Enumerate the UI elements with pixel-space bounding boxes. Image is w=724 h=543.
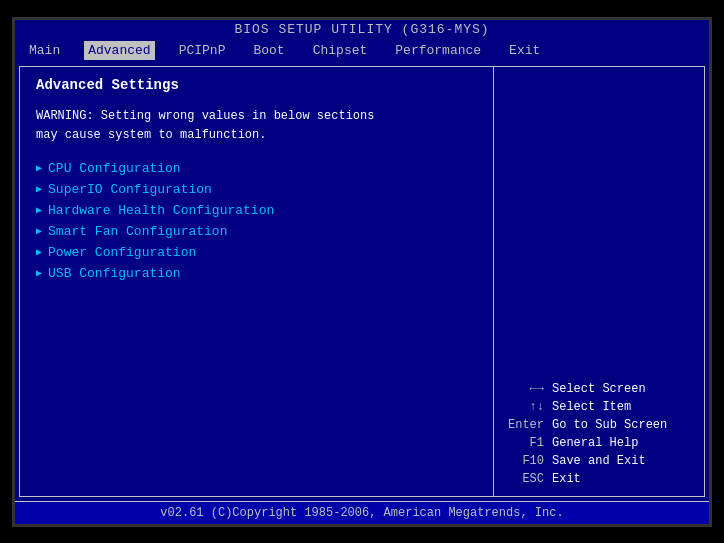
panel-title: Advanced Settings [36, 77, 477, 93]
menu-list-item[interactable]: ▶SuperIO Configuration [36, 182, 477, 197]
key-help-row: EnterGo to Sub Screen [508, 418, 690, 432]
key-name: F1 [508, 436, 544, 450]
menu-bar: MainAdvancedPCIPnPBootChipsetPerformance… [15, 39, 709, 62]
side-panel: ←→Select Screen↑↓Select ItemEnterGo to S… [494, 67, 704, 496]
key-desc: General Help [552, 436, 638, 450]
menu-item-label: Hardware Health Configuration [48, 203, 274, 218]
menu-item-pcipnp[interactable]: PCIPnP [175, 41, 230, 60]
arrow-icon: ▶ [36, 162, 42, 174]
menu-item-boot[interactable]: Boot [249, 41, 288, 60]
menu-item-label: Smart Fan Configuration [48, 224, 227, 239]
footer-text: v02.61 (C)Copyright 1985-2006, American … [160, 506, 563, 520]
menu-item-label: Power Configuration [48, 245, 196, 260]
menu-item-advanced[interactable]: Advanced [84, 41, 154, 60]
content-area: Advanced Settings WARNING: Setting wrong… [19, 66, 705, 497]
menu-item-exit[interactable]: Exit [505, 41, 544, 60]
menu-item-label: USB Configuration [48, 266, 181, 281]
warning-text: WARNING: Setting wrong values in below s… [36, 107, 477, 145]
menu-list-item[interactable]: ▶CPU Configuration [36, 161, 477, 176]
key-help-row: ↑↓Select Item [508, 400, 690, 414]
key-name: F10 [508, 454, 544, 468]
key-help-row: ←→Select Screen [508, 382, 690, 396]
menu-list-item[interactable]: ▶Smart Fan Configuration [36, 224, 477, 239]
key-desc: Select Item [552, 400, 631, 414]
key-help-row: F1General Help [508, 436, 690, 450]
key-name: ←→ [508, 382, 544, 396]
main-panel: Advanced Settings WARNING: Setting wrong… [20, 67, 494, 496]
menu-item-chipset[interactable]: Chipset [309, 41, 372, 60]
key-help-row: F10Save and Exit [508, 454, 690, 468]
key-name: Enter [508, 418, 544, 432]
key-help-row: ESCExit [508, 472, 690, 486]
arrow-icon: ▶ [36, 267, 42, 279]
key-desc: Exit [552, 472, 581, 486]
menu-list-item[interactable]: ▶Power Configuration [36, 245, 477, 260]
title-bar: BIOS SETUP UTILITY (G316-MYS) [15, 20, 709, 39]
key-desc: Select Screen [552, 382, 646, 396]
menu-item-main[interactable]: Main [25, 41, 64, 60]
menu-item-label: CPU Configuration [48, 161, 181, 176]
menu-list: ▶CPU Configuration▶SuperIO Configuration… [36, 161, 477, 281]
arrow-icon: ▶ [36, 246, 42, 258]
menu-item-performance[interactable]: Performance [391, 41, 485, 60]
key-desc: Go to Sub Screen [552, 418, 667, 432]
menu-list-item[interactable]: ▶USB Configuration [36, 266, 477, 281]
menu-list-item[interactable]: ▶Hardware Health Configuration [36, 203, 477, 218]
arrow-icon: ▶ [36, 183, 42, 195]
menu-item-label: SuperIO Configuration [48, 182, 212, 197]
arrow-icon: ▶ [36, 225, 42, 237]
key-name: ↑↓ [508, 400, 544, 414]
footer: v02.61 (C)Copyright 1985-2006, American … [15, 501, 709, 524]
key-desc: Save and Exit [552, 454, 646, 468]
arrow-icon: ▶ [36, 204, 42, 216]
key-help: ←→Select Screen↑↓Select ItemEnterGo to S… [508, 382, 690, 486]
bios-screen: BIOS SETUP UTILITY (G316-MYS) MainAdvanc… [12, 17, 712, 527]
key-name: ESC [508, 472, 544, 486]
title-text: BIOS SETUP UTILITY (G316-MYS) [234, 22, 489, 37]
